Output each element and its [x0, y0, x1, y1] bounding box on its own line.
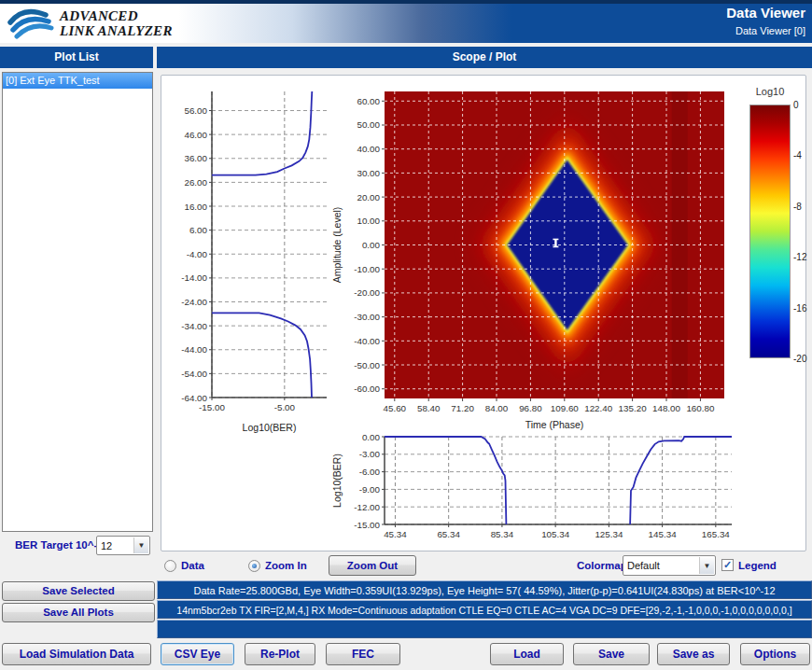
tick-labels: 0.00-3.00-6.00-9.00-12.00-15.0045.3465.3…	[354, 432, 730, 540]
chevron-down-icon[interactable]: ▼	[133, 537, 148, 553]
data-radio-label[interactable]: Data	[181, 560, 204, 571]
svg-text:-34.00: -34.00	[181, 321, 207, 331]
svg-text:0.00: 0.00	[362, 432, 381, 442]
amplitude-bathtub-plot[interactable]: 56.0046.0036.0026.0016.006.00-4.00-14.00…	[163, 82, 331, 435]
svg-text:20.00: 20.00	[357, 192, 380, 202]
scope-plot-header: Scope / Plot	[157, 47, 812, 68]
svg-text:Log10(BER): Log10(BER)	[243, 422, 297, 433]
colorbar-gradient	[749, 105, 791, 358]
data-radio[interactable]	[164, 560, 176, 572]
status-bar-measurements: Data Rate=25.800GBd, Eye Width=0.359UI(1…	[157, 580, 812, 599]
svg-text:30.00: 30.00	[357, 168, 380, 178]
svg-text:16.00: 16.00	[184, 202, 207, 212]
svg-text:46.00: 46.00	[184, 130, 207, 140]
svg-text:56.00: 56.00	[184, 105, 207, 116]
svg-text:-44.00: -44.00	[181, 344, 207, 355]
gridlines	[385, 437, 732, 524]
banner-top-strip	[0, 0, 812, 4]
re-plot-button[interactable]: Re-Plot	[245, 643, 315, 665]
zoom-out-button[interactable]: Zoom Out	[329, 555, 416, 576]
svg-text:-15.00: -15.00	[354, 520, 380, 530]
svg-text:45.60: 45.60	[384, 403, 407, 413]
svg-text:36.00: 36.00	[184, 153, 207, 163]
svg-text:Log10(BER): Log10(BER)	[331, 454, 343, 508]
load-simulation-data-button[interactable]: Load Simulation Data	[2, 643, 151, 665]
svg-text:96.80: 96.80	[519, 403, 542, 413]
logo-wave-icon	[7, 7, 56, 39]
top-banner: ADVANCED LINK ANALYZER Data Viewer Data …	[0, 0, 812, 43]
svg-text:45.34: 45.34	[384, 529, 407, 539]
plot-list-item-selected[interactable]: [0] Ext Eye TTK_test	[3, 73, 152, 89]
colorbar-title: Log10	[735, 86, 805, 97]
data-viewer-window: { "header": { "logo_line1": "ADVANCED", …	[0, 0, 812, 670]
svg-text:145.34: 145.34	[649, 529, 678, 539]
svg-text:-14.00: -14.00	[181, 272, 207, 283]
legend-checkbox[interactable]	[721, 559, 734, 571]
axes	[385, 437, 732, 524]
fec-button[interactable]: FEC	[326, 643, 400, 665]
svg-text:105.34: 105.34	[541, 529, 570, 539]
svg-text:-50.00: -50.00	[354, 360, 380, 370]
svg-text:165.34: 165.34	[702, 529, 731, 539]
save-selected-button[interactable]: Save Selected	[2, 581, 155, 601]
svg-text:-3.00: -3.00	[359, 449, 381, 459]
svg-text:-20.00: -20.00	[354, 287, 380, 298]
svg-text:122.40: 122.40	[584, 403, 613, 413]
csv-eye-button[interactable]: CSV Eye	[161, 643, 234, 665]
colormap-dropdown[interactable]: Default ▼	[623, 555, 716, 576]
svg-text:125.34: 125.34	[595, 529, 623, 539]
logo-line1: ADVANCED	[60, 8, 173, 23]
eye-density-heatmap-plot[interactable]: 60.0050.0040.0030.0020.0010.000.00-10.00…	[330, 82, 730, 432]
load-button[interactable]: Load	[490, 643, 564, 665]
svg-text:-10.00: -10.00	[354, 264, 380, 274]
svg-text:135.20: 135.20	[619, 403, 648, 413]
svg-text:6.00: 6.00	[189, 225, 208, 235]
svg-text:85.34: 85.34	[491, 529, 514, 539]
logo-text: ADVANCED LINK ANALYZER	[60, 8, 173, 38]
svg-text:-12.00: -12.00	[354, 502, 380, 512]
colormap-label: Colormap	[577, 560, 627, 571]
save-all-plots-button[interactable]: Save All Plots	[2, 603, 155, 622]
app-subtitle: Data Viewer [0]	[735, 25, 805, 36]
svg-text:40.00: 40.00	[357, 144, 380, 154]
svg-text:50.00: 50.00	[357, 119, 380, 130]
zoom-in-radio-label[interactable]: Zoom In	[265, 560, 307, 571]
svg-text:84.00: 84.00	[485, 403, 509, 413]
svg-text:160.80: 160.80	[686, 403, 715, 413]
chevron-down-icon[interactable]: ▼	[699, 557, 714, 574]
svg-text:65.34: 65.34	[437, 529, 460, 539]
status-bar-configuration: 14nm5bcr2eb TX FIR=[2,M,4,] RX Mode=Cont…	[157, 600, 812, 619]
colorbar-tick-label: -20	[793, 354, 806, 364]
save-button[interactable]: Save	[573, 643, 650, 665]
svg-text:60.00: 60.00	[357, 96, 380, 106]
svg-text:-9.00: -9.00	[359, 484, 381, 495]
axis-labels: Log10(BER)	[243, 422, 297, 433]
ber-target-label: BER Target 10^-	[15, 539, 97, 551]
svg-text:-6.00: -6.00	[359, 467, 381, 477]
svg-text:-54.00: -54.00	[181, 369, 207, 379]
svg-text:10.00: 10.00	[357, 216, 380, 226]
colorbar-tick-label: -4	[793, 150, 802, 161]
colormap-value: Default	[627, 556, 660, 575]
svg-text:-4.00: -4.00	[187, 249, 208, 259]
plot-list[interactable]: [0] Ext Eye TTK_test	[2, 72, 153, 532]
save-as-button[interactable]: Save as	[657, 643, 730, 665]
status-bar-empty	[157, 620, 812, 638]
options-button[interactable]: Options	[740, 643, 810, 665]
axis-labels: Log10(BER)	[331, 454, 343, 508]
app-logo: ADVANCED LINK ANALYZER	[7, 7, 173, 39]
zoom-in-radio[interactable]	[248, 560, 260, 572]
svg-text:148.00: 148.00	[652, 403, 681, 413]
svg-text:-40.00: -40.00	[354, 336, 380, 346]
legend-checkbox-label[interactable]: Legend	[738, 560, 777, 571]
svg-text:-64.00: -64.00	[181, 393, 207, 403]
time-bathtub-plot[interactable]: 0.00-3.00-6.00-9.00-12.00-15.0045.3465.3…	[330, 427, 741, 547]
svg-text:0.00: 0.00	[362, 240, 381, 250]
colorbar-tick-label: -16	[793, 302, 806, 313]
svg-text:71.20: 71.20	[451, 403, 474, 413]
svg-text:26.00: 26.00	[184, 177, 207, 188]
app-title: Data Viewer	[726, 5, 805, 21]
data-series	[385, 437, 732, 524]
ber-target-dropdown[interactable]: 12 ▼	[96, 536, 150, 555]
svg-text:Amplitude (Level): Amplitude (Level)	[331, 207, 343, 284]
